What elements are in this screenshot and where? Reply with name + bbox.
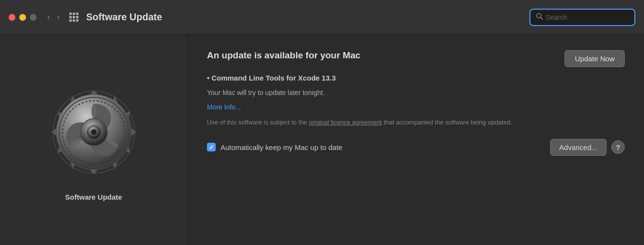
grid-dot	[73, 19, 75, 22]
auto-update-row: ✓ Automatically keep my Mac up to date	[207, 143, 342, 151]
bottom-row: ✓ Automatically keep my Mac up to date A…	[207, 139, 625, 156]
search-box[interactable]	[529, 9, 635, 26]
update-now-button[interactable]: Update Now	[565, 50, 625, 67]
advanced-button[interactable]: Advanced...	[550, 139, 606, 156]
auto-update-label: Automatically keep my Mac up to date	[220, 143, 342, 151]
forward-arrow[interactable]: ›	[55, 11, 62, 23]
svg-point-6	[91, 129, 97, 135]
grid-dot	[69, 13, 72, 15]
update-panel: An update is available for your Mac Upda…	[188, 35, 644, 245]
grid-dot	[73, 13, 75, 15]
svg-line-1	[541, 17, 542, 19]
navigation-arrows: ‹ ›	[45, 11, 62, 23]
traffic-lights	[9, 14, 37, 21]
grid-dot	[76, 19, 78, 22]
grid-dot	[69, 16, 72, 18]
auto-update-checkbox[interactable]: ✓	[207, 143, 216, 151]
checkmark-icon: ✓	[209, 144, 214, 151]
search-icon	[536, 13, 543, 21]
update-headline: An update is available for your Mac	[207, 50, 361, 61]
grid-icon[interactable]	[69, 13, 78, 22]
maximize-button[interactable]	[30, 14, 37, 21]
sidebar-item-label: Software Update	[65, 193, 122, 201]
licence-link[interactable]: original licence agreement	[309, 119, 382, 126]
grid-dot	[76, 13, 78, 15]
close-button[interactable]	[9, 14, 15, 21]
licence-text-before: Use of this software is subject to the	[207, 119, 309, 126]
grid-dot	[73, 16, 75, 18]
more-info-link[interactable]: More Info...	[207, 103, 625, 111]
gear-icon	[41, 79, 147, 185]
licence-text-after: that accompanied the software being upda…	[382, 119, 512, 126]
main-content: Software Update An update is available f…	[0, 35, 644, 245]
right-buttons: Advanced... ?	[550, 139, 625, 156]
grid-dot	[69, 19, 72, 22]
minimize-button[interactable]	[19, 14, 26, 21]
licence-text: Use of this software is subject to the o…	[207, 118, 534, 127]
schedule-text: Your Mac will try to update later tonigh…	[207, 89, 625, 96]
top-row: An update is available for your Mac Upda…	[207, 50, 625, 67]
search-input[interactable]	[546, 14, 629, 21]
page-title: Software Update	[86, 12, 529, 23]
back-arrow[interactable]: ‹	[45, 11, 52, 23]
titlebar: ‹ › Software Update	[0, 0, 644, 35]
package-name: • Command Line Tools for Xcode 13.3	[207, 74, 625, 82]
sidebar: Software Update	[0, 35, 188, 245]
help-button[interactable]: ?	[611, 140, 625, 154]
grid-dot	[76, 16, 78, 18]
